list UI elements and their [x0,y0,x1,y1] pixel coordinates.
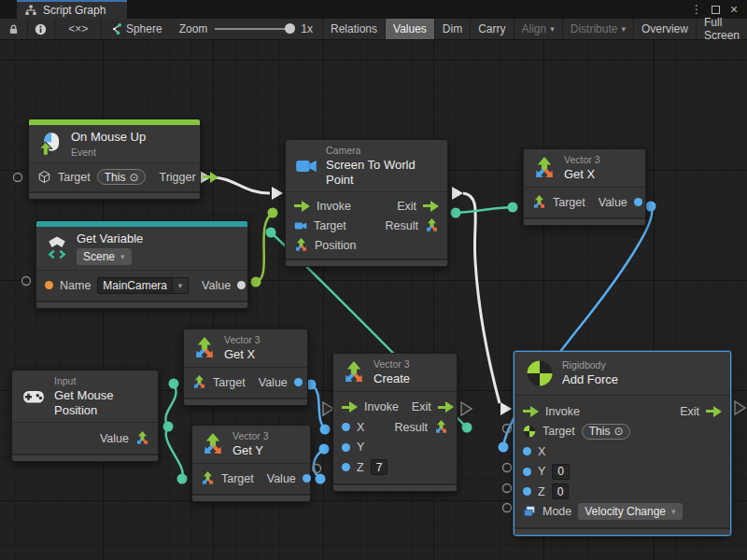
node-category: Input [54,375,148,386]
port-label-exit: Exit [680,405,699,418]
target-self-pill[interactable]: This ⊙ [97,169,147,185]
zoom-control: Zoom 1x [170,19,322,39]
variable-name-combo[interactable]: MainCamera ▾ [97,277,189,294]
script-graph-icon [24,4,37,17]
port-label-y: Y [538,465,545,478]
node-vector3-get-x-top[interactable]: Vector 3 Get X Target Value [523,148,646,226]
node-title: Get Mouse Position [54,388,148,417]
z-value-field[interactable]: 0 [552,483,570,499]
maximize-icon[interactable] [708,2,723,17]
mouse-up-icon [38,132,63,156]
float-port-dot[interactable] [294,378,303,386]
node-screen-to-world-point[interactable]: Camera Screen To World Point Invoke Exit… [285,139,448,267]
vector3-icon[interactable] [192,375,206,389]
close-icon[interactable]: × [726,2,741,17]
relations-button[interactable]: Relations [322,19,385,39]
port-label-target: Target [314,219,346,232]
node-get-mouse-position[interactable]: Input Get Mouse Position Value [11,370,159,462]
vector3-icon[interactable] [532,195,546,209]
tab-title: Script Graph [43,4,106,17]
float-port-dot[interactable] [523,487,531,496]
vector3-icon [202,433,224,455]
kebab-menu-icon[interactable]: ⋮ [689,2,704,17]
vector3-icon[interactable] [201,471,215,485]
vector3-icon[interactable] [135,431,149,445]
flow-arrow-icon[interactable] [423,201,439,212]
tab-script-graph[interactable]: Script Graph [17,0,127,19]
node-category: Vector 3 [224,334,261,345]
node-title: On Mouse Up [71,130,146,145]
port-label-x: X [538,445,545,458]
float-port-dot[interactable] [342,463,350,471]
gameobject-cube-icon [37,170,51,184]
port-label-value: Value [100,432,129,445]
node-on-mouse-up[interactable]: On Mouse Up Event Target This ⊙ Trigger [28,119,201,200]
variable-scope-dropdown[interactable]: Scene ▾ [77,248,132,265]
lock-icon [7,23,20,35]
node-vector3-get-y[interactable]: Vector 3 Get Y Target Value [191,425,311,502]
distribute-button[interactable]: Distribute▾ [562,19,633,39]
mode-dropdown[interactable]: Velocity Change ▾ [578,503,682,520]
dim-button[interactable]: Dim [434,19,470,39]
zoom-slider[interactable] [215,28,293,30]
info-icon [35,23,47,35]
port-label-target: Target [553,196,585,209]
float-port-dot[interactable] [634,198,642,206]
flow-arrow-icon[interactable] [523,406,539,417]
chevron-down-icon: ▾ [621,24,626,34]
view-options: Relations Values Dim Carry Align▾ Distri… [322,19,747,39]
vector3-icon[interactable] [434,420,448,434]
float-port-dot[interactable] [523,447,531,455]
value-port-dot[interactable] [237,281,246,289]
vector3-icon[interactable] [425,218,439,232]
graph-name: Sphere [126,22,162,35]
float-port-dot[interactable] [342,423,350,431]
graph-icon [109,22,122,35]
align-button[interactable]: Align▾ [514,19,562,39]
lock-button[interactable] [0,19,27,39]
overview-button[interactable]: Overview [633,19,696,39]
flow-arrow-icon[interactable] [294,201,310,212]
node-title: Add Force [562,372,618,387]
port-label-invoke: Invoke [317,200,351,213]
node-category: Vector 3 [564,154,600,165]
float-port-dot[interactable] [303,474,311,483]
node-vector3-get-x-mid[interactable]: Vector 3 Get X Target Value [183,329,308,406]
node-title: Get Y [233,443,269,458]
string-port-dot[interactable] [45,281,53,289]
port-label-exit: Exit [397,200,416,213]
flow-arrow-icon[interactable] [706,406,722,417]
code-toggle-button[interactable]: <×> [55,19,102,39]
target-self-pill[interactable]: This ⊙ [582,424,631,440]
flow-arrow-icon[interactable] [438,401,454,413]
node-get-variable[interactable]: Get Variable Scene ▾ Name MainCamera ▾ V… [35,220,248,309]
float-port-dot[interactable] [523,468,531,476]
node-title: Screen To World Point [326,158,438,187]
enum-icon [523,505,536,518]
port-label-invoke: Invoke [364,400,399,413]
port-label-value: Value [259,376,288,389]
z-value-field[interactable]: 7 [371,459,388,475]
inspect-button[interactable] [27,19,54,39]
node-footer [184,398,307,405]
values-button[interactable]: Values [385,19,434,39]
port-label-mode: Mode [543,505,571,518]
y-value-field[interactable]: 0 [552,464,570,480]
node-title: Create [374,371,410,386]
float-port-dot[interactable] [342,443,350,452]
rigidbody-type-icon [523,425,536,438]
gamepad-icon [21,385,46,408]
node-vector3-create[interactable]: Vector 3 Create Invoke Exit X Result [332,353,458,492]
port-label-trigger: Trigger [159,171,195,184]
graph-breadcrumb[interactable]: Sphere [102,19,170,39]
flow-arrow-icon[interactable] [342,401,358,413]
node-add-force[interactable]: Rigidbody Add Force Invoke Exit Target T… [514,351,731,536]
zoom-slider-handle[interactable] [285,23,295,34]
vector3-icon[interactable] [294,238,308,252]
chevron-down-icon: ▾ [178,281,183,290]
fullscreen-button[interactable]: Full Screen [696,19,747,39]
carry-button[interactable]: Carry [470,19,513,39]
port-label-z: Z [538,485,545,498]
port-label-target: Target [221,472,254,485]
flow-arrow-icon[interactable] [203,172,218,183]
